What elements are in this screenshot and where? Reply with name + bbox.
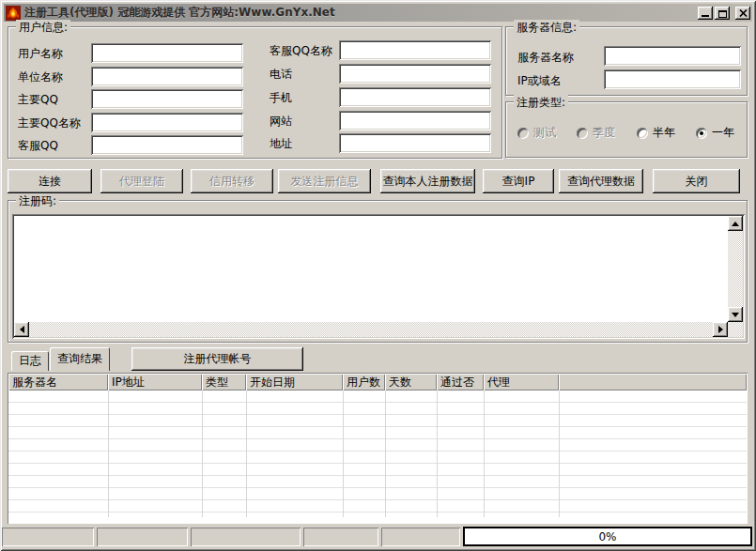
col-ip-address[interactable]: IP地址 [108,374,202,390]
scroll-up-icon [732,222,739,226]
scroll-down-icon [732,313,739,317]
table-body[interactable] [8,390,747,523]
reg-code-textarea[interactable] [14,216,728,322]
tab-log[interactable]: 日志 [11,351,49,371]
maximize-icon [718,10,727,18]
radio-quarter: 季度 [577,125,615,141]
website-input[interactable] [339,111,491,130]
main-qq-input[interactable] [91,89,243,109]
col-passed[interactable]: 通过否 [437,374,484,390]
user-info-group: 用户信息: 用户名称 单位名称 主要QQ 主要QQ名称 客服QQ 客服QQ名称 … [8,26,502,159]
agent-login-button[interactable]: 代理登陆 [100,169,183,193]
radio-test-label: 测试 [533,125,556,141]
results-table[interactable]: 服务器名 IP地址 类型 开始日期 用户数 天数 通过否 代理 [8,373,748,524]
scrollbar-corner [728,322,743,337]
column-divider [484,390,485,517]
phone-label: 电话 [270,67,292,83]
radio-half-year-icon[interactable] [637,128,648,139]
close-app-button[interactable]: 关闭 [653,169,740,193]
mobile-input[interactable] [339,87,491,107]
column-divider [202,390,203,517]
scroll-up-button[interactable] [728,216,743,231]
column-divider [437,390,438,517]
column-divider [385,390,386,517]
scroll-down-button[interactable] [728,307,743,322]
status-panel-5 [381,528,460,546]
app-window: 注册工具(代理版) 冠能游戏提供 官方网站:Www.GnYx.Net 用户信息:… [0,0,756,551]
scroll-left-button[interactable] [14,322,29,337]
radio-test-icon [517,128,529,139]
main-qq-name-input[interactable] [91,113,243,132]
radio-one-year[interactable]: 一年 [696,125,734,141]
radio-one-year-icon[interactable] [696,128,707,139]
horizontal-scrollbar[interactable] [14,322,728,337]
reg-code-pane [12,214,745,339]
service-qq-input[interactable] [91,135,243,155]
tab-query-result-label: 查询结果 [57,351,102,367]
ip-domain-input[interactable] [604,69,741,89]
col-start-date[interactable]: 开始日期 [246,374,343,390]
window-controls [698,7,750,20]
col-filler [559,374,747,390]
tab-log-label: 日志 [19,353,41,369]
radio-half-year-label: 半年 [653,125,675,141]
mobile-label: 手机 [270,90,292,106]
column-divider [343,390,344,517]
user-info-group-title: 用户信息: [16,20,70,36]
main-qq-label: 主要QQ [18,92,58,108]
scroll-right-icon [718,326,723,333]
close-button[interactable] [735,7,750,20]
table-header: 服务器名 IP地址 类型 开始日期 用户数 天数 通过否 代理 [8,374,747,390]
col-agent[interactable]: 代理 [484,374,559,390]
col-server-name[interactable]: 服务器名 [8,374,108,390]
tab-query-result[interactable]: 查询结果 [50,347,110,371]
service-qq-name-input[interactable] [339,40,491,60]
address-input[interactable] [339,133,491,153]
radio-test: 测试 [517,125,556,141]
window-title: 注册工具(代理版) 冠能游戏提供 官方网站:Www.GnYx.Net [24,5,698,21]
reg-code-group: 注册码: [8,200,748,343]
titlebar: 注册工具(代理版) 冠能游戏提供 官方网站:Www.GnYx.Net [4,4,752,22]
radio-half-year[interactable]: 半年 [637,125,675,141]
company-name-input[interactable] [91,67,243,86]
username-input[interactable] [91,43,243,63]
main-qq-name-label: 主要QQ名称 [18,115,81,131]
col-type[interactable]: 类型 [202,374,246,390]
minimize-icon [702,15,709,17]
radio-quarter-label: 季度 [593,125,615,141]
server-name-label: 服务器名称 [517,50,574,66]
service-qq-label: 客服QQ [18,138,58,154]
progress-bar: 0% [463,527,752,546]
query-ip-button[interactable]: 查询IP [483,169,554,193]
radio-quarter-icon [577,128,588,139]
phone-input[interactable] [339,64,491,84]
vertical-scrollbar[interactable] [728,216,743,322]
ip-domain-label: IP或域名 [517,73,562,89]
minimize-button[interactable] [698,7,713,20]
reg-code-group-title: 注册码: [16,193,59,209]
username-label: 用户名称 [18,46,63,62]
credit-transfer-button[interactable]: 信用转移 [191,169,273,193]
maximize-button[interactable] [715,7,730,20]
query-my-registration-button[interactable]: 查询本人注册数据 [380,169,475,193]
column-divider [559,390,560,517]
col-days[interactable]: 天数 [385,374,437,390]
server-name-input[interactable] [604,46,741,66]
address-label: 地址 [270,136,292,152]
reg-type-group-title: 注册类型: [514,95,568,111]
progress-label: 0% [598,530,616,543]
app-icon [6,6,21,21]
col-user-count[interactable]: 用户数 [343,374,385,390]
query-agent-data-button[interactable]: 查询代理数据 [559,169,643,193]
register-agent-account-button[interactable]: 注册代理帐号 [131,347,303,371]
status-panel-2 [97,528,188,546]
server-info-group: 服务器信息: 服务器名称 IP或域名 [505,26,748,96]
radio-one-year-label: 一年 [712,125,734,141]
column-divider [246,390,247,517]
reg-type-group: 注册类型: 测试 季度 半年 一年 [505,101,748,158]
connect-button[interactable]: 连接 [8,169,92,193]
send-registration-button[interactable]: 发送注册信息 [278,169,371,193]
scroll-right-button[interactable] [713,322,728,337]
company-name-label: 单位名称 [18,69,63,85]
close-icon [739,9,748,17]
